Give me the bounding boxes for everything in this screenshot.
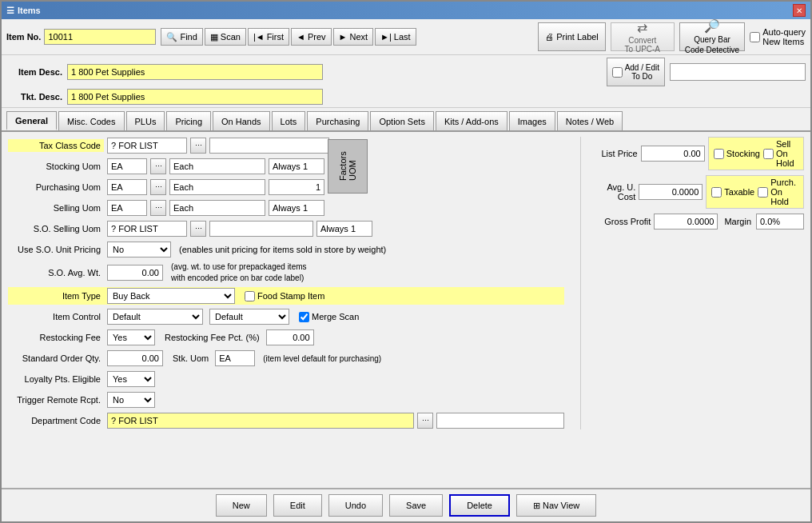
item-no-input[interactable]	[44, 29, 156, 45]
stocking-uom-name[interactable]	[169, 158, 265, 174]
todo-checkbox[interactable]	[612, 67, 623, 78]
food-stamp-checkbox[interactable]	[245, 291, 255, 301]
standard-order-qty-input[interactable]	[107, 350, 163, 366]
list-price-label: List Price	[589, 149, 638, 158]
sell-on-hold-checkbox[interactable]	[763, 149, 774, 159]
so-avg-wt-input[interactable]	[107, 265, 163, 281]
tab-option-sets[interactable]: Option Sets	[370, 111, 433, 130]
purchasing-uom-code[interactable]	[107, 179, 147, 195]
stk-uom-input[interactable]	[215, 350, 255, 366]
tax-class-code-input[interactable]	[107, 138, 187, 154]
sell-on-hold-checkbox-label[interactable]: Sell On Hold	[763, 139, 798, 168]
last-button[interactable]: ►| Last	[375, 28, 416, 46]
stk-uom-label: Stk. Uom	[166, 353, 209, 363]
purchasing-uom-qty[interactable]	[269, 179, 324, 195]
item-control-select2[interactable]: Default	[209, 309, 289, 325]
tkt-desc-input[interactable]	[67, 89, 323, 105]
selling-uom-lookup[interactable]: ⋯	[150, 200, 166, 216]
todo-input[interactable]	[670, 63, 806, 81]
nav-view-button[interactable]: ⊞ Nav View	[516, 494, 596, 517]
general-tab-content: Tax Class Code ⋯ Stocking Uom ⋯ UOM Fact…	[2, 132, 810, 488]
tax-class-code-lookup[interactable]: ⋯	[190, 138, 206, 154]
new-button[interactable]: New	[216, 494, 267, 517]
stocking-uom-lookup[interactable]: ⋯	[150, 158, 166, 174]
department-code-lookup[interactable]: ⋯	[417, 413, 433, 429]
department-code-desc[interactable]	[436, 413, 564, 429]
tab-pricing[interactable]: Pricing	[166, 111, 211, 130]
merge-scan-checkbox[interactable]	[299, 312, 309, 322]
next-button[interactable]: ► Next	[333, 28, 374, 46]
edit-button[interactable]: Edit	[273, 494, 322, 517]
so-avg-wt-row: S.O. Avg. Wt. (avg. wt. to use for prepa…	[8, 262, 564, 284]
use-so-unit-pricing-label: Use S.O. Unit Pricing	[8, 245, 104, 254]
so-selling-uom-lookup[interactable]: ⋯	[190, 221, 206, 237]
so-avg-wt-note: (avg. wt. to use for prepackaged itemswi…	[166, 262, 307, 284]
tab-general[interactable]: General	[6, 111, 57, 130]
purchasing-uom-name[interactable]	[169, 179, 265, 195]
convert-upca-button[interactable]: ⇄ ConvertTo UPC-A	[611, 22, 675, 51]
tab-purchasing[interactable]: Purchasing	[307, 111, 368, 130]
food-stamp-label[interactable]: Food Stamp Item	[238, 291, 324, 301]
undo-button[interactable]: Undo	[328, 494, 383, 517]
purch-on-hold-checkbox[interactable]	[758, 187, 768, 198]
loyalty-pts-select[interactable]: Yes No	[107, 371, 155, 387]
save-button[interactable]: Save	[389, 494, 443, 517]
stk-uom-note: (item level default for purchasing)	[258, 354, 381, 363]
item-control-select1[interactable]: Default	[107, 309, 203, 325]
tab-notes-web[interactable]: Notes / Web	[557, 111, 623, 130]
tab-plus[interactable]: PLUs	[126, 111, 165, 130]
gross-profit-input[interactable]	[654, 214, 718, 230]
tax-class-code-desc[interactable]	[209, 138, 329, 154]
uom-factors-button[interactable]: UOM Factors	[328, 139, 368, 194]
first-button[interactable]: |◄ First	[248, 28, 289, 46]
gross-profit-row: Gross Profit Margin	[589, 214, 804, 230]
standard-order-qty-row: Standard Order Qty. Stk. Uom (item level…	[8, 349, 564, 367]
trigger-remote-select[interactable]: No Yes	[107, 392, 155, 408]
margin-input[interactable]	[756, 214, 804, 230]
restocking-fee-pct-input[interactable]	[266, 329, 314, 345]
stocking-uom-code[interactable]	[107, 158, 147, 174]
taxable-checkbox-label[interactable]: Taxable	[711, 178, 754, 206]
prev-button[interactable]: ◄ Prev	[291, 28, 332, 46]
avg-u-cost-input[interactable]	[639, 184, 703, 200]
restocking-fee-select[interactable]: Yes No	[107, 329, 155, 345]
selling-uom-name[interactable]	[169, 200, 265, 216]
so-selling-uom-input[interactable]	[107, 221, 187, 237]
stocking-checkbox-label[interactable]: Stocking	[714, 139, 760, 168]
query-bar-code-button[interactable]: 🔎 Query BarCode Detective	[679, 22, 745, 51]
taxable-checkbox[interactable]	[711, 187, 722, 198]
find-button[interactable]: 🔍 Find	[161, 28, 202, 46]
avg-u-cost-row: Avg. U. Cost Taxable Purch. On Hold	[589, 175, 804, 209]
item-type-select[interactable]: Buy Back Standard Service	[107, 288, 235, 304]
tab-kits-addons[interactable]: Kits / Add-ons	[436, 111, 508, 130]
tab-misc-codes[interactable]: Misc. Codes	[58, 111, 125, 130]
tab-images[interactable]: Images	[509, 111, 555, 130]
loyalty-pts-row: Loyalty Pts. Eligible Yes No	[8, 370, 564, 388]
tab-lots[interactable]: Lots	[272, 111, 306, 130]
stocking-uom-always[interactable]	[269, 158, 324, 174]
close-button[interactable]: ✕	[793, 4, 806, 17]
delete-button[interactable]: Delete	[449, 494, 510, 517]
auto-query-checkbox[interactable]	[750, 32, 760, 42]
merge-scan-label[interactable]: Merge Scan	[293, 312, 359, 322]
trigger-remote-label: Trigger Remote Rcpt.	[8, 395, 104, 405]
scan-button[interactable]: ▦ Scan	[205, 28, 246, 46]
selling-uom-code[interactable]	[107, 200, 147, 216]
stocking-checkbox[interactable]	[714, 149, 724, 159]
auto-query-checkbox-label[interactable]: Auto-queryNew Items	[750, 27, 806, 46]
use-so-unit-pricing-select[interactable]: No Yes	[107, 242, 171, 258]
department-code-input[interactable]	[107, 413, 414, 429]
item-type-row: Item Type Buy Back Standard Service Food…	[8, 287, 564, 305]
so-selling-uom-always[interactable]	[316, 221, 372, 237]
item-desc-input[interactable]	[67, 64, 323, 80]
selling-uom-row: Selling Uom ⋯	[8, 199, 564, 217]
print-label-button[interactable]: 🖨 Print Label	[538, 22, 606, 51]
so-selling-uom-desc[interactable]	[209, 221, 313, 237]
selling-uom-always[interactable]	[269, 200, 324, 216]
window-icon: ☰	[6, 6, 14, 16]
add-edit-todo-button[interactable]: Add / EditTo Do	[607, 58, 665, 86]
tab-on-hands[interactable]: On Hands	[213, 111, 270, 130]
purch-on-hold-checkbox-label[interactable]: Purch. On Hold	[758, 178, 798, 206]
purchasing-uom-lookup[interactable]: ⋯	[150, 179, 166, 195]
list-price-input[interactable]	[641, 146, 705, 162]
